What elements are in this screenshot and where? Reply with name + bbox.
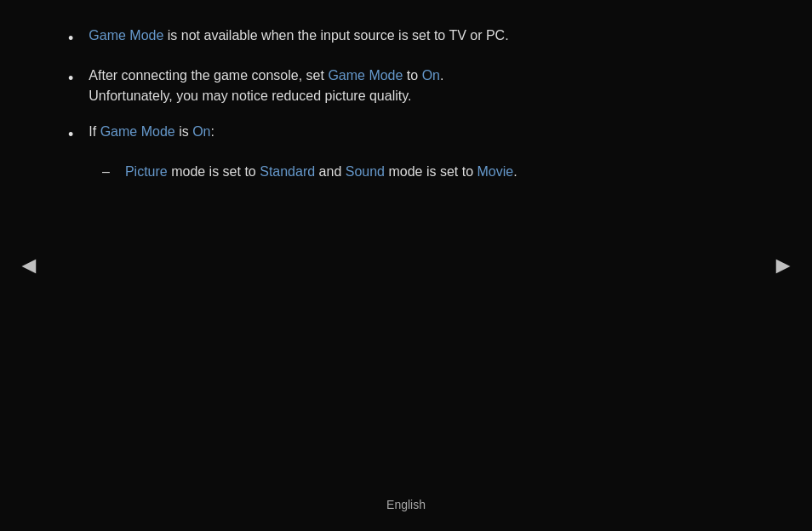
list-item: • After connecting the game console, set… [68, 66, 744, 106]
movie-highlight: Movie [477, 164, 514, 179]
dash-text3: mode is set to [385, 164, 477, 179]
bullet3-colon: : [211, 124, 214, 139]
dash-text2: and [315, 164, 346, 179]
bullet-text-1: Game Mode is not available when the inpu… [89, 26, 744, 46]
bullet-text-2: After connecting the game console, set G… [89, 66, 744, 106]
bullet-dot-3: • [68, 123, 73, 146]
dash-text: Picture mode is set to Standard and Soun… [125, 162, 518, 182]
picture-highlight: Picture [125, 164, 168, 179]
on-highlight-2: On [192, 124, 210, 139]
bullet2-to: to [403, 68, 421, 83]
standard-highlight: Standard [260, 164, 315, 179]
bullet-list: • Game Mode is not available when the in… [68, 26, 744, 146]
dash-symbol: – [102, 162, 110, 182]
bullet3-if: If [89, 124, 100, 139]
bullet3-is: is [175, 124, 192, 139]
bullet-text-3: If Game Mode is On: [89, 122, 744, 142]
list-item: • If Game Mode is On: [68, 122, 744, 146]
bullet-dot-1: • [68, 27, 73, 50]
game-mode-highlight-2: Game Mode [328, 68, 403, 83]
bullet-dot-2: • [68, 67, 73, 90]
dash-item: – Picture mode is set to Standard and So… [102, 162, 744, 182]
next-arrow[interactable]: ► [771, 248, 795, 283]
bullet1-text: is not available when the input source i… [163, 28, 508, 43]
bullet2-prefix: After connecting the game console, set [89, 68, 328, 83]
prev-arrow[interactable]: ◄ [17, 248, 41, 283]
sound-highlight: Sound [346, 164, 385, 179]
game-mode-highlight-1: Game Mode [89, 28, 163, 43]
dash-text4: . [513, 164, 517, 179]
on-highlight-1: On [422, 68, 440, 83]
game-mode-highlight-3: Game Mode [100, 124, 175, 139]
language-label: English [386, 496, 426, 514]
main-content: • Game Mode is not available when the in… [0, 0, 812, 233]
list-item: • Game Mode is not available when the in… [68, 26, 744, 50]
bullet2-period: . [440, 68, 443, 83]
dash-text1: mode is set to [168, 164, 260, 179]
bullet2-continuation: Unfortunately, you may notice reduced pi… [89, 88, 411, 103]
